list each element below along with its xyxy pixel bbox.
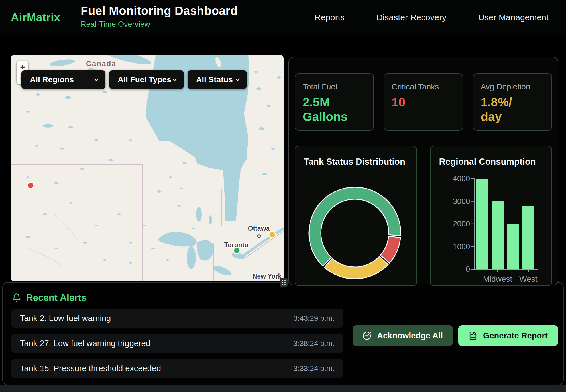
chart-title-regional-consumption: Regional Consumption [439,157,536,167]
bar-2[interactable] [507,224,519,269]
bar-1[interactable] [492,201,504,270]
chevron-down-icon [171,76,178,83]
bell-icon [12,293,21,302]
alert-row[interactable]: Tank 27: Low fuel warning triggered3:38:… [11,334,343,353]
filter-selected-value: All Fuel Types [118,75,171,84]
title-block: Fuel Monitoring Dashboard Real-Time Over… [81,4,238,29]
regional-consumption-bar-chart[interactable]: 01000200030004000MidwestWest [431,146,552,285]
main-nav: ReportsDisaster RecoveryUser Management [315,0,549,35]
generate-report-label: Generate Report [483,331,548,340]
generate-report-button[interactable]: Generate Report [458,325,558,346]
tank-status-donut-chart[interactable] [295,146,416,285]
filter-selected-value: All Status [196,75,233,84]
filter-dropdown-all-fuel-types[interactable]: All Fuel Types [109,70,184,89]
regional-consumption-card: 01000200030004000MidwestWest Regional Co… [430,146,552,286]
y-tick-label: 3000 [453,197,470,206]
stat-card-critical-tanks: Critical Tanks10 [384,73,463,131]
page-title: Fuel Monitoring Dashboard [81,4,238,18]
filter-dropdown-all-status[interactable]: All Status [188,70,247,89]
tank-status-card: Tank Status Distribution [295,146,417,286]
map-water-lake-michigan [187,246,196,269]
y-tick-label: 4000 [453,174,470,183]
x-tick-label-midwest: Midwest [483,275,512,283]
alert-message: Tank 2: Low fuel warning [20,314,111,323]
alert-row[interactable]: Tank 2: Low fuel warning3:43:29 p.m. [11,309,343,328]
bottom-strip [0,385,566,392]
nav-item-user-management[interactable]: User Management [478,13,549,22]
metrics-panel: Total Fuel2.5M GallonsCritical Tanks10Av… [288,57,558,285]
map-panel[interactable]: CanadaOttawaTorontoNew York + − All Regi… [11,55,284,281]
chevron-down-icon [234,76,241,83]
alert-message: Tank 27: Low fuel warning triggered [20,339,150,348]
grip-dots-icon [281,279,286,286]
stat-label: Avg Depletion [481,82,544,91]
x-tick-label-west: West [519,275,537,283]
stat-value: 1.8%/ day [481,95,544,124]
nav-item-reports[interactable]: Reports [315,13,345,22]
file-text-icon [469,331,477,340]
fuel-monitoring-dashboard: AirMatrix Fuel Monitoring Dashboard Real… [0,0,566,392]
chart-title-tank-status: Tank Status Distribution [304,157,405,167]
filter-selected-value: All Regions [30,75,74,84]
page-subtitle: Real-Time Overview [81,20,238,29]
alert-timestamp: 3:43:29 p.m. [293,314,335,323]
map-label-canada: Canada [86,59,116,68]
map-marker-warning[interactable] [269,232,275,238]
header: AirMatrix Fuel Monitoring Dashboard Real… [0,0,566,35]
alerts-panel: Recent Alerts Tank 2: Low fuel warning3:… [2,282,564,385]
y-tick-label: 2000 [453,220,470,228]
stat-label: Total Fuel [303,82,366,91]
chevron-down-icon [93,76,100,83]
map-label-new-york: New York [253,273,282,280]
y-tick-label: 1000 [453,242,470,251]
alert-timestamp: 3:38:24 p.m. [293,339,335,348]
stat-label: Critical Tanks [392,82,455,91]
donut-segment-critical[interactable] [380,236,400,263]
map-marker-critical[interactable] [28,182,34,189]
alert-message: Tank 15: Pressure threshold exceeded [20,364,161,373]
bar-0[interactable] [476,179,488,269]
map-filters: All RegionsAll Fuel TypesAll Status [21,70,247,89]
y-tick-label: 0 [465,265,470,273]
check-circle-icon [363,331,371,340]
filter-dropdown-all-regions[interactable]: All Regions [21,70,105,89]
alerts-heading-label: Recent Alerts [26,292,87,303]
map-resize-handle[interactable] [280,278,288,287]
stat-value: 2.5M Gallons [303,95,366,124]
stat-card-total-fuel: Total Fuel2.5M Gallons [295,73,374,131]
alerts-heading: Recent Alerts [12,292,87,303]
nav-item-disaster-recovery[interactable]: Disaster Recovery [376,13,446,22]
stats-row: Total Fuel2.5M GallonsCritical Tanks10Av… [295,73,552,131]
bar-3[interactable] [522,206,534,269]
alert-actions: Acknowledge All Generate Report [353,325,558,346]
bar-chart-svg: 01000200030004000MidwestWest [431,146,552,285]
stat-value: 10 [392,95,455,109]
donut-segment-warning[interactable] [324,256,388,279]
map-label-ottawa: Ottawa [248,225,270,232]
alert-timestamp: 3:33:24 p.m. [293,364,335,373]
acknowledge-all-button[interactable]: Acknowledge All [353,325,453,346]
charts-row: Tank Status Distribution 010002000300040… [295,146,552,286]
alert-row[interactable]: Tank 15: Pressure threshold exceeded3:33… [11,359,343,378]
stat-card-avg-depletion: Avg Depletion1.8%/ day [473,73,552,131]
doughnut-svg [295,146,417,285]
acknowledge-all-label: Acknowledge All [377,331,443,340]
brand-logo[interactable]: AirMatrix [11,0,60,35]
map-marker-normal[interactable] [234,247,240,254]
